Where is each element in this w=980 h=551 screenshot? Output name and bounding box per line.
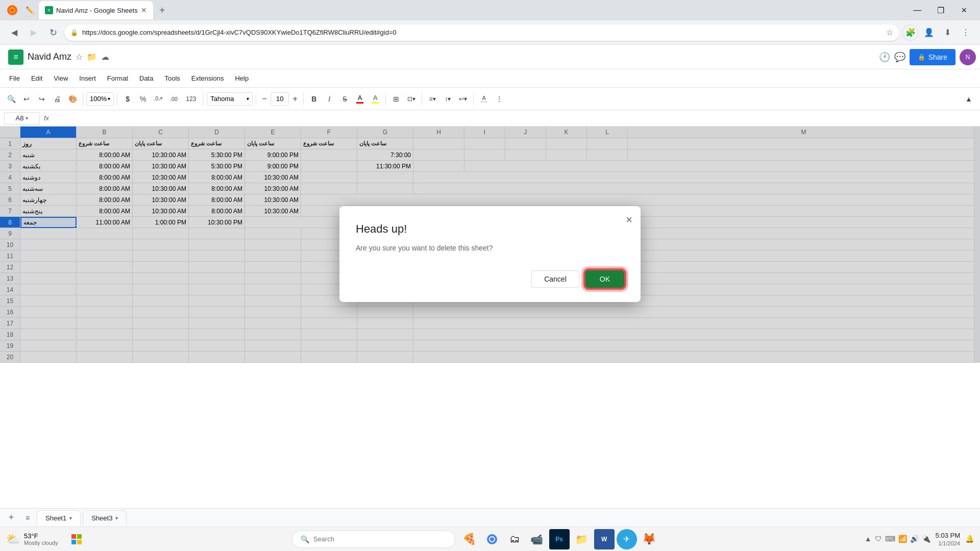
sheet3-dropdown[interactable]: ▾ — [115, 515, 118, 521]
svg-point-9 — [490, 537, 494, 541]
sheet-list-button[interactable]: ≡ — [20, 511, 35, 525]
taskbar-app-food[interactable]: 🍕 — [459, 529, 480, 549]
keyboard-icon[interactable]: ⌨ — [885, 535, 895, 543]
taskbar-app-word[interactable]: W — [594, 529, 615, 549]
sheet-tab-sheet3[interactable]: Sheet3 ▾ — [83, 510, 127, 525]
shield-icon[interactable]: 🛡 — [875, 535, 882, 543]
weather-temp: 53°F — [24, 532, 58, 540]
taskbar-app-photoshop[interactable]: Ps — [549, 529, 570, 549]
time-display[interactable]: 5:03 PM 1/1/2024 — [934, 532, 962, 546]
notifications-icon[interactable]: 🔔 — [965, 535, 974, 543]
sheet-tabs: + ≡ Sheet1 ▾ Sheet3 ▾ — [0, 508, 980, 527]
taskbar-app-teams[interactable]: 📹 — [527, 529, 547, 549]
confirm-dialog: × Heads up! Are you sure you want to del… — [339, 206, 641, 302]
taskbar-app-chrome[interactable] — [482, 529, 502, 549]
taskbar: ⛅ 53°F Mostly cloudy 🔍 Search — [0, 527, 980, 551]
search-icon: 🔍 — [301, 535, 309, 543]
weather-icon: ⛅ — [6, 533, 20, 546]
time-text: 5:03 PM — [936, 532, 960, 540]
cancel-button[interactable]: Cancel — [531, 270, 579, 288]
taskbar-center: 🔍 Search 🍕 🗂 📹 Ps 📁 — [87, 529, 865, 549]
dialog-close-button[interactable]: × — [626, 214, 632, 226]
dialog-actions: Cancel OK — [356, 270, 624, 288]
browser-chrome: ✏️ ≡ Navid Amz - Google Sheets ✕ + — ❐ ✕… — [0, 0, 980, 551]
weather-widget[interactable]: ⛅ 53°F Mostly cloudy — [6, 532, 58, 546]
add-sheet-button[interactable]: + — [4, 511, 18, 525]
battery-icon[interactable]: 🔌 — [922, 535, 930, 543]
dialog-title: Heads up! — [356, 222, 624, 236]
start-button[interactable] — [66, 529, 87, 549]
dialog-backdrop: × Heads up! Are you sure you want to del… — [0, 0, 980, 508]
speaker-icon[interactable]: 🔊 — [910, 535, 919, 543]
sheet-tab-sheet1[interactable]: Sheet1 ▾ — [37, 510, 81, 525]
weather-desc: Mostly cloudy — [24, 540, 58, 546]
sheet3-label: Sheet3 — [91, 514, 112, 522]
taskbar-app-telegram[interactable]: ✈ — [617, 529, 637, 549]
svg-rect-4 — [77, 534, 82, 539]
wifi-icon[interactable]: 📶 — [898, 535, 907, 543]
dialog-message: Are you sure you want to delete this she… — [356, 244, 624, 252]
date-text: 1/1/2024 — [936, 540, 960, 546]
sheet1-dropdown[interactable]: ▾ — [69, 515, 72, 521]
taskbar-app-firefox[interactable]: 🦊 — [639, 529, 659, 549]
search-text: Search — [313, 535, 334, 543]
system-tray: ▲ 🛡 ⌨ 📶 🔊 🔌 5:03 PM 1/1/2024 🔔 — [865, 532, 974, 546]
taskbar-app-files[interactable]: 🗂 — [504, 529, 525, 549]
taskbar-apps: 🍕 🗂 📹 Ps 📁 W ✈ — [459, 529, 659, 549]
ok-button[interactable]: OK — [585, 270, 624, 288]
taskbar-app-explorer[interactable]: 📁 — [572, 529, 592, 549]
weather-info: 53°F Mostly cloudy — [24, 532, 58, 546]
taskbar-search-bar[interactable]: 🔍 Search — [292, 531, 455, 548]
svg-rect-3 — [71, 534, 76, 539]
svg-rect-5 — [71, 540, 76, 544]
svg-rect-6 — [77, 540, 82, 544]
tray-icon-1[interactable]: ▲ — [865, 535, 872, 543]
sheet1-label: Sheet1 — [45, 514, 66, 522]
